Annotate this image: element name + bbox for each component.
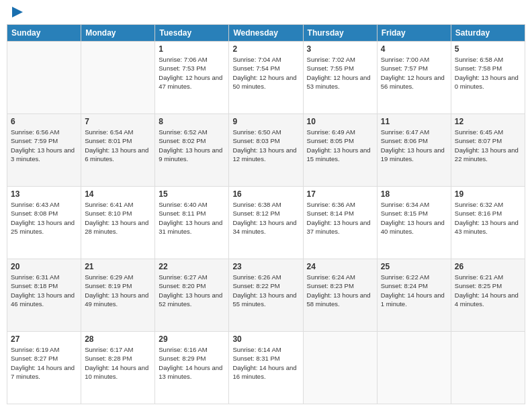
weekday-header-tuesday: Tuesday: [155, 25, 229, 42]
day-info: Sunrise: 6:27 AM Sunset: 8:20 PM Dayligh…: [159, 273, 225, 308]
calendar-cell: [451, 332, 525, 404]
day-info: Sunrise: 6:38 AM Sunset: 8:12 PM Dayligh…: [232, 200, 299, 236]
calendar-cell: [7, 42, 81, 114]
calendar-cell: 11Sunrise: 6:47 AM Sunset: 8:06 PM Dayli…: [377, 114, 451, 187]
calendar-cell: 25Sunrise: 6:22 AM Sunset: 8:24 PM Dayli…: [377, 259, 451, 332]
day-number: 23: [232, 262, 299, 271]
weekday-header-wednesday: Wednesday: [229, 25, 303, 42]
day-number: 4: [381, 44, 447, 54]
calendar-cell: 14Sunrise: 6:41 AM Sunset: 8:10 PM Dayli…: [81, 187, 155, 259]
day-number: 14: [85, 189, 151, 199]
calendar-cell: 16Sunrise: 6:38 AM Sunset: 8:12 PM Dayli…: [229, 187, 303, 259]
logo: [9, 7, 24, 19]
day-number: 9: [232, 117, 299, 126]
day-number: 13: [11, 189, 77, 199]
calendar-cell: 28Sunrise: 6:17 AM Sunset: 8:28 PM Dayli…: [81, 332, 155, 404]
day-info: Sunrise: 6:43 AM Sunset: 8:08 PM Dayligh…: [11, 200, 77, 236]
logo-icon: [11, 5, 24, 19]
day-number: 12: [455, 117, 521, 126]
calendar-cell: 10Sunrise: 6:49 AM Sunset: 8:05 PM Dayli…: [303, 114, 377, 187]
calendar-week-row: 27Sunrise: 6:19 AM Sunset: 8:27 PM Dayli…: [7, 332, 525, 404]
day-info: Sunrise: 6:47 AM Sunset: 8:06 PM Dayligh…: [381, 128, 447, 163]
day-number: 24: [307, 262, 373, 271]
page: SundayMondayTuesdayWednesdayThursdayFrid…: [0, 0, 532, 411]
svg-marker-0: [12, 7, 23, 17]
calendar-cell: 24Sunrise: 6:24 AM Sunset: 8:23 PM Dayli…: [303, 259, 377, 332]
day-number: 29: [159, 334, 225, 344]
day-info: Sunrise: 6:17 AM Sunset: 8:28 PM Dayligh…: [85, 345, 151, 381]
calendar-cell: [377, 332, 451, 404]
day-number: 7: [85, 117, 151, 126]
day-number: 5: [455, 44, 521, 54]
day-info: Sunrise: 6:50 AM Sunset: 8:03 PM Dayligh…: [232, 128, 299, 163]
calendar-cell: 4Sunrise: 7:00 AM Sunset: 7:57 PM Daylig…: [377, 42, 451, 114]
calendar-cell: 27Sunrise: 6:19 AM Sunset: 8:27 PM Dayli…: [7, 332, 81, 404]
day-number: 30: [232, 334, 299, 344]
day-info: Sunrise: 6:26 AM Sunset: 8:22 PM Dayligh…: [232, 273, 299, 308]
calendar-cell: 23Sunrise: 6:26 AM Sunset: 8:22 PM Dayli…: [229, 259, 303, 332]
calendar-cell: 2Sunrise: 7:04 AM Sunset: 7:54 PM Daylig…: [229, 42, 303, 114]
calendar-header-row: SundayMondayTuesdayWednesdayThursdayFrid…: [7, 25, 525, 42]
day-number: 8: [159, 117, 225, 126]
calendar-cell: 8Sunrise: 6:52 AM Sunset: 8:02 PM Daylig…: [155, 114, 229, 187]
day-info: Sunrise: 6:45 AM Sunset: 8:07 PM Dayligh…: [455, 128, 521, 163]
calendar-cell: 18Sunrise: 6:34 AM Sunset: 8:15 PM Dayli…: [377, 187, 451, 259]
calendar-cell: [81, 42, 155, 114]
calendar-cell: 26Sunrise: 6:21 AM Sunset: 8:25 PM Dayli…: [451, 259, 525, 332]
day-number: 20: [11, 262, 77, 271]
day-number: 1: [159, 44, 225, 54]
calendar-cell: 12Sunrise: 6:45 AM Sunset: 8:07 PM Dayli…: [451, 114, 525, 187]
calendar-table: SundayMondayTuesdayWednesdayThursdayFrid…: [7, 24, 525, 404]
day-info: Sunrise: 6:54 AM Sunset: 8:01 PM Dayligh…: [85, 128, 151, 163]
day-info: Sunrise: 6:49 AM Sunset: 8:05 PM Dayligh…: [307, 128, 373, 163]
calendar-cell: [303, 332, 377, 404]
day-number: 27: [11, 334, 77, 344]
day-number: 6: [11, 117, 77, 126]
calendar-cell: 30Sunrise: 6:14 AM Sunset: 8:31 PM Dayli…: [229, 332, 303, 404]
day-info: Sunrise: 6:41 AM Sunset: 8:10 PM Dayligh…: [85, 200, 151, 236]
calendar-cell: 15Sunrise: 6:40 AM Sunset: 8:11 PM Dayli…: [155, 187, 229, 259]
day-number: 26: [455, 262, 521, 271]
day-number: 28: [85, 334, 151, 344]
day-info: Sunrise: 7:00 AM Sunset: 7:57 PM Dayligh…: [381, 55, 447, 91]
weekday-header-saturday: Saturday: [451, 25, 525, 42]
calendar-cell: 21Sunrise: 6:29 AM Sunset: 8:19 PM Dayli…: [81, 259, 155, 332]
day-info: Sunrise: 6:32 AM Sunset: 8:16 PM Dayligh…: [455, 200, 521, 236]
day-number: 15: [159, 189, 225, 199]
day-info: Sunrise: 6:21 AM Sunset: 8:25 PM Dayligh…: [455, 273, 521, 308]
calendar-cell: 9Sunrise: 6:50 AM Sunset: 8:03 PM Daylig…: [229, 114, 303, 187]
day-number: 25: [381, 262, 447, 271]
calendar-cell: 7Sunrise: 6:54 AM Sunset: 8:01 PM Daylig…: [81, 114, 155, 187]
header: [7, 7, 525, 19]
weekday-header-thursday: Thursday: [303, 25, 377, 42]
calendar-cell: 6Sunrise: 6:56 AM Sunset: 7:59 PM Daylig…: [7, 114, 81, 187]
calendar-cell: 29Sunrise: 6:16 AM Sunset: 8:29 PM Dayli…: [155, 332, 229, 404]
day-info: Sunrise: 6:31 AM Sunset: 8:18 PM Dayligh…: [11, 273, 77, 308]
weekday-header-sunday: Sunday: [7, 25, 81, 42]
day-info: Sunrise: 6:24 AM Sunset: 8:23 PM Dayligh…: [307, 273, 373, 308]
day-info: Sunrise: 6:58 AM Sunset: 7:58 PM Dayligh…: [455, 55, 521, 91]
calendar-cell: 20Sunrise: 6:31 AM Sunset: 8:18 PM Dayli…: [7, 259, 81, 332]
day-info: Sunrise: 6:14 AM Sunset: 8:31 PM Dayligh…: [232, 345, 299, 381]
day-info: Sunrise: 6:16 AM Sunset: 8:29 PM Dayligh…: [159, 345, 225, 381]
day-number: 21: [85, 262, 151, 271]
day-number: 11: [381, 117, 447, 126]
day-info: Sunrise: 6:36 AM Sunset: 8:14 PM Dayligh…: [307, 200, 373, 236]
calendar-cell: 3Sunrise: 7:02 AM Sunset: 7:55 PM Daylig…: [303, 42, 377, 114]
day-info: Sunrise: 7:02 AM Sunset: 7:55 PM Dayligh…: [307, 55, 373, 91]
day-info: Sunrise: 6:56 AM Sunset: 7:59 PM Dayligh…: [11, 128, 77, 163]
day-number: 2: [232, 44, 299, 54]
day-number: 16: [232, 189, 299, 199]
day-number: 17: [307, 189, 373, 199]
day-info: Sunrise: 6:52 AM Sunset: 8:02 PM Dayligh…: [159, 128, 225, 163]
calendar-cell: 22Sunrise: 6:27 AM Sunset: 8:20 PM Dayli…: [155, 259, 229, 332]
day-info: Sunrise: 6:34 AM Sunset: 8:15 PM Dayligh…: [381, 200, 447, 236]
calendar-cell: 13Sunrise: 6:43 AM Sunset: 8:08 PM Dayli…: [7, 187, 81, 259]
calendar-cell: 19Sunrise: 6:32 AM Sunset: 8:16 PM Dayli…: [451, 187, 525, 259]
day-number: 3: [307, 44, 373, 54]
day-info: Sunrise: 7:06 AM Sunset: 7:53 PM Dayligh…: [159, 55, 225, 91]
weekday-header-monday: Monday: [81, 25, 155, 42]
day-number: 18: [381, 189, 447, 199]
day-number: 19: [455, 189, 521, 199]
day-info: Sunrise: 6:29 AM Sunset: 8:19 PM Dayligh…: [85, 273, 151, 308]
